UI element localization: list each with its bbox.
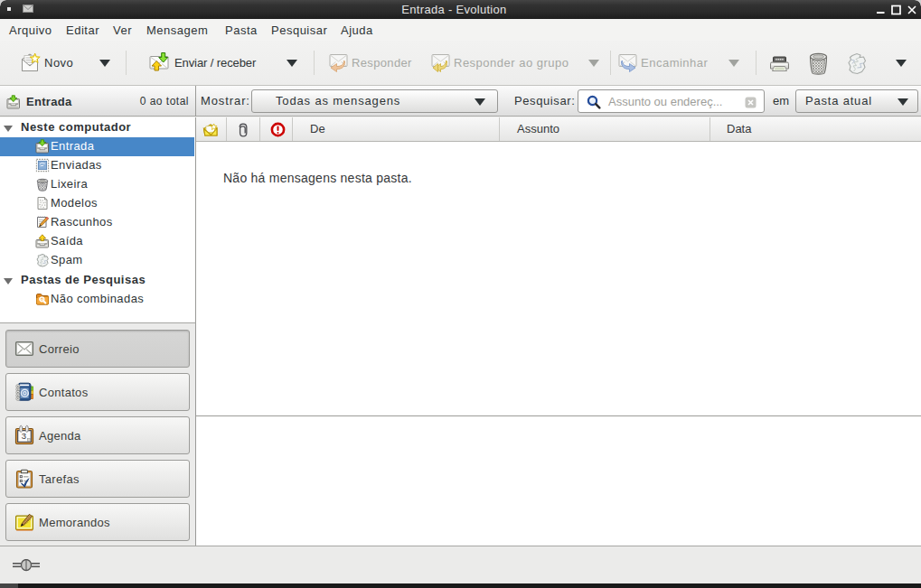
svg-text:3: 3 — [22, 431, 26, 441]
